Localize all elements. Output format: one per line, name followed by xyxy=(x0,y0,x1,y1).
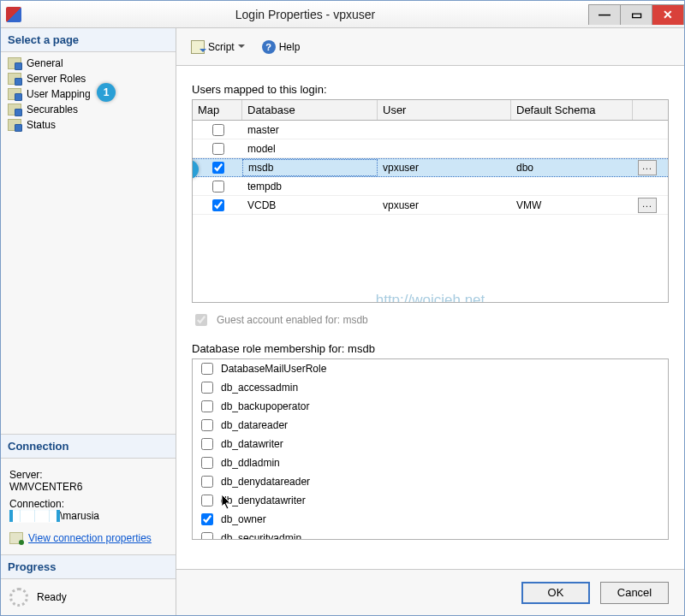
col-database: Database xyxy=(242,100,378,120)
dialog-footer: OK Cancel xyxy=(176,569,684,615)
role-checkbox[interactable] xyxy=(201,476,213,488)
role-item[interactable]: db_datawriter xyxy=(193,435,668,453)
select-page-header: Select a page xyxy=(1,28,176,52)
cell-user xyxy=(378,128,511,132)
guest-account-checkbox xyxy=(195,314,207,326)
help-button[interactable]: ? Help xyxy=(256,38,307,56)
role-label: DatabaseMailUserRole xyxy=(221,363,326,375)
role-item[interactable]: db_denydatawriter xyxy=(193,491,668,510)
page-icon xyxy=(8,73,21,85)
users-mapped-label: Users mapped to this login: xyxy=(192,83,669,96)
help-icon: ? xyxy=(262,40,276,54)
table-row[interactable]: master xyxy=(193,121,668,139)
login-properties-window: Login Properties - vpxuser — ▭ ✕ Select … xyxy=(0,0,685,616)
chevron-down-icon xyxy=(238,44,245,51)
ok-button[interactable]: OK xyxy=(521,582,590,604)
connection-label: Connection: xyxy=(9,498,167,510)
schema-browse-button[interactable]: ... xyxy=(638,160,657,175)
table-row[interactable]: msdbvpxuserdbo... xyxy=(193,158,668,177)
role-checkbox[interactable] xyxy=(201,532,213,540)
connection-value: ██████\marusia xyxy=(9,510,167,522)
page-icon xyxy=(8,119,21,131)
role-item[interactable]: db_ddladmin xyxy=(193,453,668,472)
role-label: db_accessadmin xyxy=(221,382,298,394)
sidebar-item-securables[interactable]: Securables xyxy=(1,102,176,117)
progress-header: Progress xyxy=(1,554,176,579)
sidebar-item-label: User Mapping xyxy=(27,88,91,100)
page-icon xyxy=(8,88,21,100)
sidebar-item-status[interactable]: Status xyxy=(1,117,176,133)
sidebar-item-label: Server Roles xyxy=(27,73,86,85)
roles-listbox[interactable]: 3 DatabaseMailUserRoledb_accessadmindb_b… xyxy=(192,358,669,540)
role-item[interactable]: db_owner xyxy=(193,510,668,529)
table-row[interactable]: VCDBvpxuserVMW... xyxy=(193,196,668,215)
user-mapping-grid[interactable]: Map Database User Default Schema masterm… xyxy=(192,99,669,303)
progress-area: Ready xyxy=(1,579,176,615)
cell-database: tempdb xyxy=(242,179,378,194)
table-row[interactable]: tempdb xyxy=(193,177,668,196)
role-checkbox[interactable] xyxy=(201,419,213,431)
role-item[interactable]: db_datareader xyxy=(193,416,668,435)
script-button[interactable]: Script xyxy=(185,38,251,56)
map-checkbox[interactable] xyxy=(212,199,224,211)
guest-account-label: Guest account enabled for: msdb xyxy=(217,314,368,326)
view-connection-properties-link[interactable]: View connection properties xyxy=(28,532,152,544)
role-checkbox[interactable] xyxy=(201,363,213,375)
callout-1: 1 xyxy=(97,83,116,102)
role-checkbox[interactable] xyxy=(201,495,213,506)
role-checkbox[interactable] xyxy=(201,513,213,525)
map-checkbox[interactable] xyxy=(212,143,224,155)
role-checkbox[interactable] xyxy=(201,400,213,412)
cell-database: msdb xyxy=(242,159,378,176)
map-checkbox[interactable] xyxy=(212,181,224,192)
sidebar-item-label: Securables xyxy=(27,104,78,116)
role-label: db_datareader xyxy=(221,419,288,431)
role-item[interactable]: db_backupoperator xyxy=(193,397,668,416)
cell-database: master xyxy=(242,122,378,138)
maximize-button[interactable]: ▭ xyxy=(620,4,652,25)
cell-schema xyxy=(511,128,633,132)
col-user: User xyxy=(378,100,511,120)
role-checkbox[interactable] xyxy=(201,438,213,450)
cell-schema xyxy=(511,147,633,151)
role-item[interactable]: db_accessadmin xyxy=(193,378,668,397)
cell-schema: dbo xyxy=(511,160,633,175)
col-schema: Default Schema xyxy=(511,100,633,120)
role-label: db_datawriter xyxy=(221,438,283,450)
cell-schema: VMW xyxy=(511,198,633,213)
sidebar-item-label: Status xyxy=(27,119,56,131)
role-item[interactable]: DatabaseMailUserRole xyxy=(193,359,668,378)
role-label: db_securityadmin xyxy=(221,532,301,540)
toolbar: Script ? Help xyxy=(176,28,684,66)
script-icon xyxy=(191,40,205,54)
sidebar-item-user-mapping[interactable]: User Mapping1 xyxy=(1,86,176,102)
map-checkbox[interactable] xyxy=(212,124,224,136)
sidebar-item-server-roles[interactable]: Server Roles xyxy=(1,71,176,86)
map-checkbox[interactable] xyxy=(212,162,224,174)
watermark-text: http://wojcieh.net xyxy=(376,292,485,303)
cell-schema xyxy=(511,185,633,188)
connection-properties-icon xyxy=(9,532,23,544)
role-checkbox[interactable] xyxy=(201,457,213,469)
cell-user: vpxuser xyxy=(378,160,511,175)
guest-account-row: Guest account enabled for: msdb xyxy=(192,311,669,329)
server-value: WMVCENTER6 xyxy=(9,481,167,493)
col-map: Map xyxy=(193,100,242,120)
right-pane: Script ? Help Users mapped to this login… xyxy=(176,28,684,615)
close-button[interactable]: ✕ xyxy=(652,4,684,25)
role-item[interactable]: db_securityadmin xyxy=(193,529,668,540)
minimize-button[interactable]: — xyxy=(588,4,621,25)
connection-header: Connection xyxy=(1,434,176,459)
role-checkbox[interactable] xyxy=(201,382,213,394)
connection-info: Server: WMVCENTER6 Connection: ██████\ma… xyxy=(1,459,176,554)
role-item[interactable]: db_denydatareader xyxy=(193,472,668,491)
schema-browse-button[interactable]: ... xyxy=(638,198,657,213)
roles-label: Database role membership for: msdb xyxy=(192,342,669,355)
table-row[interactable]: model xyxy=(193,139,668,158)
role-label: db_backupoperator xyxy=(221,400,309,412)
cancel-button[interactable]: Cancel xyxy=(600,582,669,604)
cell-user: vpxuser xyxy=(378,198,511,213)
app-icon xyxy=(6,7,21,22)
cell-database: model xyxy=(242,141,378,157)
sidebar-item-general[interactable]: General xyxy=(1,56,176,71)
